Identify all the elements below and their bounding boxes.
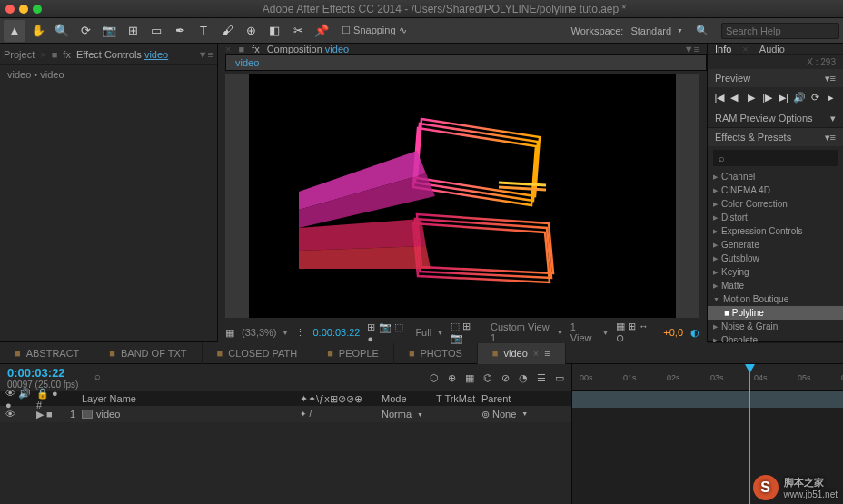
info-tab[interactable]: Info bbox=[715, 44, 731, 54]
zoom-tool[interactable]: 🔍 bbox=[51, 20, 73, 42]
resolution[interactable]: Full bbox=[415, 327, 443, 338]
loop-button[interactable]: ⟳ bbox=[809, 92, 822, 104]
prev-frame-button[interactable]: ◀| bbox=[729, 92, 741, 104]
time-tick: 01s bbox=[623, 373, 637, 382]
tool-bar: ▲ ✋ 🔍 ⟳ 📷 ⊞ ▭ ✒ T 🖌 ⊕ ◧ ✂ 📌 ☐ Snapping ∿… bbox=[0, 18, 843, 44]
snapping-checkbox[interactable]: ☐ Snapping ∿ bbox=[342, 25, 407, 36]
preset-generate[interactable]: Generate bbox=[708, 238, 843, 252]
timeline-tab-closed-path[interactable]: ■ CLOSED PATH bbox=[203, 342, 313, 364]
rectangle-tool[interactable]: ▭ bbox=[145, 20, 167, 42]
preview-panel-title[interactable]: Preview bbox=[715, 73, 750, 84]
workspace-selector[interactable]: Standard bbox=[630, 25, 683, 36]
preset-distort[interactable]: Distort bbox=[708, 211, 843, 224]
maximize-window-icon[interactable] bbox=[33, 5, 42, 14]
camera-tool[interactable]: 📷 bbox=[98, 20, 120, 42]
blend-mode-select[interactable]: Norma bbox=[382, 409, 423, 420]
tl-icon-4[interactable]: ⌬ bbox=[483, 372, 492, 384]
composition-tab[interactable]: video bbox=[225, 54, 707, 71]
timeline-tab-photos[interactable]: ■ PHOTOS bbox=[394, 342, 478, 364]
col-mode[interactable]: Mode bbox=[382, 393, 436, 404]
preset-sub-polyline[interactable]: ■ Polyline bbox=[708, 306, 843, 320]
viewer-controls: ▦ (33,3%) ⋮ 0:00:03:22 ⊞ 📷 ⬚ ● Full ⬚ ⊞ … bbox=[218, 321, 707, 343]
watermark: S 脚本之家 www.jb51.net bbox=[753, 475, 838, 500]
hand-tool[interactable]: ✋ bbox=[27, 20, 49, 42]
audio-button[interactable]: 🔊 bbox=[793, 92, 806, 104]
preset-noise-grain[interactable]: Noise & Grain bbox=[708, 320, 843, 333]
timeline-tab-video[interactable]: ■ video × ≡ bbox=[478, 342, 566, 364]
project-tab[interactable]: Project bbox=[4, 49, 35, 60]
workspace-label: Workspace: bbox=[571, 25, 624, 36]
preset-matte[interactable]: Matte bbox=[708, 279, 843, 292]
viewer-timecode[interactable]: 0:00:03:22 bbox=[312, 327, 360, 338]
window-controls[interactable] bbox=[5, 5, 42, 14]
next-frame-button[interactable]: |▶ bbox=[761, 92, 774, 104]
tl-icon-8[interactable]: ▭ bbox=[555, 372, 564, 384]
preset-motion-boutique[interactable]: Motion Boutique bbox=[708, 292, 843, 306]
effects-presets-title[interactable]: Effects & Presets bbox=[715, 132, 791, 143]
clone-tool[interactable]: ⊕ bbox=[240, 20, 262, 42]
col-layer-name[interactable]: Layer Name bbox=[82, 393, 300, 404]
pan-behind-tool[interactable]: ⊞ bbox=[122, 20, 144, 42]
selection-tool[interactable]: ▲ bbox=[4, 20, 25, 42]
audio-tab[interactable]: Audio bbox=[759, 44, 785, 54]
tl-icon-3[interactable]: ▦ bbox=[465, 372, 474, 384]
tl-icon-6[interactable]: ◔ bbox=[519, 372, 528, 384]
rotate-tool[interactable]: ⟳ bbox=[74, 20, 96, 42]
play-button[interactable]: ▶ bbox=[745, 92, 758, 104]
exposure[interactable]: +0,0 bbox=[663, 327, 683, 338]
composition-label: Composition video bbox=[267, 44, 350, 54]
effect-controls-tab[interactable]: Effect Controls video bbox=[76, 49, 168, 60]
ram-button[interactable]: ▸ bbox=[825, 92, 838, 104]
close-window-icon[interactable] bbox=[5, 5, 15, 14]
puppet-tool[interactable]: 📌 bbox=[311, 20, 332, 42]
eraser-tool[interactable]: ◧ bbox=[263, 20, 285, 42]
info-coords: X : 293 bbox=[708, 55, 843, 69]
timeline-layer-row[interactable]: 👁 ▶ ■ 1 video ✦ / Norma ⊚ None bbox=[0, 406, 571, 422]
composition-panel: ×■fx Composition video ▼≡ video bbox=[218, 44, 707, 341]
parent-select[interactable]: None bbox=[492, 409, 528, 420]
time-tick: 02s bbox=[667, 373, 680, 382]
first-frame-button[interactable]: |◀ bbox=[713, 92, 726, 104]
tl-icon-2[interactable]: ⊕ bbox=[448, 372, 456, 384]
time-tick: 00s bbox=[580, 373, 593, 382]
effects-search-input[interactable] bbox=[713, 150, 838, 166]
svg-marker-10 bbox=[299, 219, 426, 251]
ram-preview-options[interactable]: RAM Preview Options bbox=[715, 113, 813, 124]
tl-icon-5[interactable]: ⊘ bbox=[501, 372, 510, 384]
preset-cinema-4d[interactable]: CINEMA 4D bbox=[708, 183, 843, 197]
viewport[interactable] bbox=[225, 74, 699, 318]
preset-color-correction[interactable]: Color Correction bbox=[708, 197, 843, 211]
type-tool[interactable]: T bbox=[193, 20, 214, 42]
view-count[interactable]: 1 View bbox=[570, 321, 609, 343]
timeline-search-icon[interactable]: ⌕ bbox=[94, 371, 109, 385]
app-title: Adobe After Effects CC 2014 - /Users/Sha… bbox=[51, 3, 838, 15]
zoom-level[interactable]: (33,3%) bbox=[242, 327, 288, 338]
preset-keying[interactable]: Keying bbox=[708, 265, 843, 279]
tl-icon-7[interactable]: ☰ bbox=[537, 372, 546, 384]
search-help-input[interactable] bbox=[721, 23, 839, 39]
minimize-window-icon[interactable] bbox=[19, 5, 28, 14]
preset-gutsblow[interactable]: Gutsblow bbox=[708, 252, 843, 265]
svg-line-7 bbox=[499, 187, 546, 190]
col-trkmat[interactable]: T TrkMat bbox=[436, 393, 481, 404]
timeline-tab-people[interactable]: ■ PEOPLE bbox=[312, 342, 394, 364]
time-ruler[interactable]: 00s01s02s03s04s05s06s bbox=[572, 364, 843, 391]
col-parent[interactable]: Parent bbox=[481, 393, 563, 404]
view-mode[interactable]: Custom View 1 bbox=[491, 321, 563, 343]
timeline-tab-abstract[interactable]: ■ ABSTRACT bbox=[0, 342, 94, 364]
last-frame-button[interactable]: ▶| bbox=[777, 92, 789, 104]
brush-tool[interactable]: 🖌 bbox=[216, 20, 238, 42]
tab-close-icon[interactable]: × bbox=[533, 348, 539, 359]
tl-icon-1[interactable]: ⬡ bbox=[430, 372, 439, 384]
time-tick: 05s bbox=[798, 373, 811, 382]
timeline-tab-band-of-txt[interactable]: ■ BAND OF TXT bbox=[94, 342, 202, 364]
left-panel: Project × ■ fx Effect Controls video ▼≡ … bbox=[0, 44, 218, 341]
timeline-timecode[interactable]: 0:00:03:22 bbox=[7, 366, 78, 380]
roto-tool[interactable]: ✂ bbox=[287, 20, 309, 42]
pen-tool[interactable]: ✒ bbox=[169, 20, 191, 42]
playhead[interactable] bbox=[749, 364, 750, 504]
preset-expression-controls[interactable]: Expression Controls bbox=[708, 224, 843, 238]
preset-obsolete[interactable]: Obsolete bbox=[708, 333, 843, 342]
preset-channel[interactable]: Channel bbox=[708, 170, 843, 183]
layer-bar[interactable] bbox=[572, 391, 843, 408]
